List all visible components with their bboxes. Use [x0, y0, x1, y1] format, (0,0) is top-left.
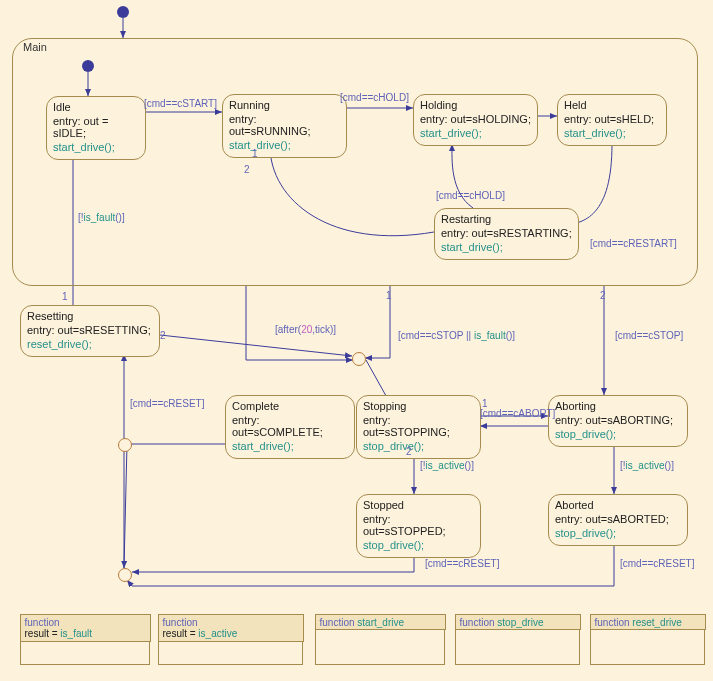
state-resetting-call: reset_drive(); — [27, 338, 153, 350]
function-stop-drive[interactable]: function stop_drive — [455, 615, 580, 665]
state-idle-name: Idle — [53, 101, 139, 113]
state-resetting-entry: entry: out=sRESETTING; — [27, 324, 153, 336]
state-holding-entry: entry: out=sHOLDING; — [420, 113, 531, 125]
state-stopping[interactable]: Stopping entry: out=sSTOPPING; stop_driv… — [356, 395, 481, 459]
state-complete-name: Complete — [232, 400, 348, 412]
function-is-active-header: function result = is_active — [158, 614, 304, 642]
label-idle-running: [cmd==cSTART] — [144, 98, 217, 109]
state-aborted-call: stop_drive(); — [555, 527, 681, 539]
state-restarting-name: Restarting — [441, 213, 572, 225]
state-aborted[interactable]: Aborted entry: out=sABORTED; stop_drive(… — [548, 494, 688, 546]
label-main-stop: [cmd==cSTOP || is_fault()] — [398, 330, 515, 341]
priority-running-1: 1 — [252, 148, 258, 159]
function-is-active[interactable]: function result = is_active — [158, 615, 303, 665]
function-stop-drive-header: function stop_drive — [455, 614, 581, 630]
label-resetting-idle: [!is_fault()] — [78, 212, 125, 223]
state-held-name: Held — [564, 99, 660, 111]
state-held-call: start_drive(); — [564, 127, 660, 139]
junction-after20 — [352, 352, 366, 366]
label-stopped-reset: [cmd==cRESET] — [425, 558, 499, 569]
function-start-drive[interactable]: function start_drive — [315, 615, 445, 665]
state-main-title: Main — [23, 41, 47, 53]
state-aborted-name: Aborted — [555, 499, 681, 511]
state-complete-entry: entry: out=sCOMPLETE; — [232, 414, 348, 438]
state-running-call: start_drive(); — [229, 139, 340, 151]
state-stopped-name: Stopped — [363, 499, 474, 511]
state-aborting-call: stop_drive(); — [555, 428, 681, 440]
state-stopped-entry: entry: out=sSTOPPED; — [363, 513, 474, 537]
function-is-fault[interactable]: function result = is_fault — [20, 615, 150, 665]
state-idle[interactable]: Idle entry: out = sIDLE; start_drive(); — [46, 96, 146, 160]
state-running-entry: entry: out=sRUNNING; — [229, 113, 340, 137]
state-stopped[interactable]: Stopped entry: out=sSTOPPED; stop_drive(… — [356, 494, 481, 558]
label-stopping-aborting: [cmd==cABORT] — [480, 408, 555, 419]
function-reset-drive-header: function reset_drive — [590, 614, 706, 630]
priority-main-2: 2 — [600, 290, 606, 301]
state-stopping-name: Stopping — [363, 400, 474, 412]
state-aborted-entry: entry: out=sABORTED; — [555, 513, 681, 525]
state-stopping-entry: entry: out=sSTOPPING; — [363, 414, 474, 438]
state-stopped-call: stop_drive(); — [363, 539, 474, 551]
state-idle-entry: entry: out = sIDLE; — [53, 115, 139, 139]
state-complete[interactable]: Complete entry: out=sCOMPLETE; start_dri… — [225, 395, 355, 459]
state-running-name: Running — [229, 99, 340, 111]
state-stopping-call: stop_drive(); — [363, 440, 474, 452]
priority-running-2: 2 — [244, 164, 250, 175]
state-resetting[interactable]: Resetting entry: out=sRESETTING; reset_d… — [20, 305, 160, 357]
priority-main-1: 1 — [386, 290, 392, 301]
label-aborting-aborted: [!is_active()] — [620, 460, 674, 471]
state-holding[interactable]: Holding entry: out=sHOLDING; start_drive… — [413, 94, 538, 146]
state-held-entry: entry: out=sHELD; — [564, 113, 660, 125]
label-main-abort: [cmd==cSTOP] — [615, 330, 683, 341]
label-running-holding: [cmd==cHOLD] — [340, 92, 409, 103]
priority-stopping-2: 2 — [406, 446, 412, 457]
label-aborted-reset: [cmd==cRESET] — [620, 558, 694, 569]
state-holding-call: start_drive(); — [420, 127, 531, 139]
initial-main — [82, 60, 94, 72]
label-stopping-stopped: [!is_active()] — [420, 460, 474, 471]
state-holding-name: Holding — [420, 99, 531, 111]
state-restarting[interactable]: Restarting entry: out=sRESTARTING; start… — [434, 208, 579, 260]
function-reset-drive[interactable]: function reset_drive — [590, 615, 705, 665]
state-complete-call: start_drive(); — [232, 440, 348, 452]
priority-stopping-1: 1 — [482, 398, 488, 409]
state-aborting-entry: entry: out=sABORTING; — [555, 414, 681, 426]
state-aborting[interactable]: Aborting entry: out=sABORTING; stop_driv… — [548, 395, 688, 447]
state-restarting-call: start_drive(); — [441, 241, 572, 253]
state-held[interactable]: Held entry: out=sHELD; start_drive(); — [557, 94, 667, 146]
state-aborting-name: Aborting — [555, 400, 681, 412]
junction-complete — [118, 438, 132, 452]
label-restarting-holding: [cmd==cHOLD] — [436, 190, 505, 201]
function-is-fault-header: function result = is_fault — [20, 614, 151, 642]
initial-top — [117, 6, 129, 18]
function-start-drive-header: function start_drive — [315, 614, 446, 630]
junction-reset — [118, 568, 132, 582]
state-restarting-entry: entry: out=sRESTARTING; — [441, 227, 572, 239]
priority-reset-2: 2 — [160, 330, 166, 341]
label-held-restarting: [cmd==cRESTART] — [590, 238, 677, 249]
state-resetting-name: Resetting — [27, 310, 153, 322]
label-after20: [after(20,tick)] — [275, 324, 336, 335]
state-running[interactable]: Running entry: out=sRUNNING; start_drive… — [222, 94, 347, 158]
label-complete-reset: [cmd==cRESET] — [130, 398, 204, 409]
priority-reset-1: 1 — [62, 291, 68, 302]
state-idle-call: start_drive(); — [53, 141, 139, 153]
